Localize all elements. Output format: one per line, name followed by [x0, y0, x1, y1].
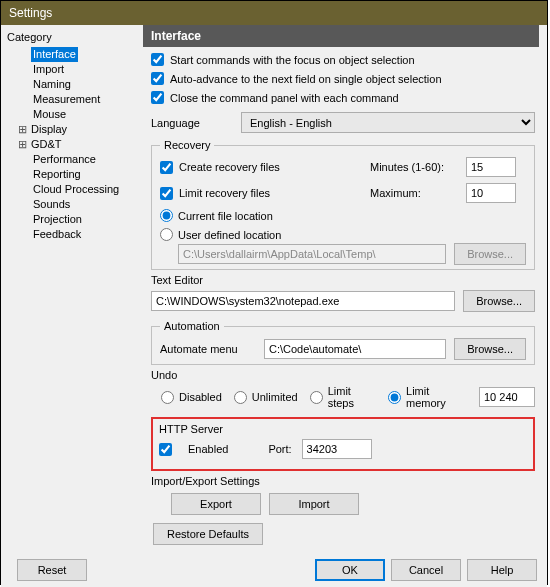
chk-limit-recovery-label: Limit recovery files — [179, 187, 270, 199]
tree-item-measurement[interactable]: Measurement — [7, 92, 137, 107]
chk-start-commands[interactable] — [151, 53, 164, 66]
expand-icon[interactable]: ⊞ — [17, 122, 27, 137]
tree-item-label: Projection — [31, 212, 84, 227]
chk-start-commands-label: Start commands with the focus on object … — [170, 54, 415, 66]
radio-undo-disabled[interactable] — [161, 391, 174, 404]
settings-window: Settings Category InterfaceImportNamingM… — [0, 0, 548, 585]
chk-auto-advance[interactable] — [151, 72, 164, 85]
tree-item-label: Display — [29, 122, 69, 137]
import-export-legend: Import/Export Settings — [151, 475, 260, 487]
minutes-label: Minutes (1-60): — [370, 161, 466, 173]
category-label: Category — [7, 31, 137, 43]
tree-item-display[interactable]: ⊞Display — [7, 122, 137, 137]
panel-content: Start commands with the focus on object … — [143, 53, 539, 549]
tree-item-import[interactable]: Import — [7, 62, 137, 77]
main-area: Category InterfaceImportNamingMeasuremen… — [1, 25, 547, 553]
dialog-footer: Reset OK Cancel Help — [1, 553, 547, 587]
tree-item-performance[interactable]: Performance — [7, 152, 137, 167]
texteditor-group: Text Editor Browse... — [151, 274, 535, 316]
tree-item-mouse[interactable]: Mouse — [7, 107, 137, 122]
tree-item-feedback[interactable]: Feedback — [7, 227, 137, 242]
texteditor-path-input[interactable] — [151, 291, 455, 311]
tree-item-label: Interface — [31, 47, 78, 62]
tree-item-label: Reporting — [31, 167, 83, 182]
recovery-path-input — [178, 244, 446, 264]
radio-undo-limit-steps[interactable] — [310, 391, 323, 404]
tree-item-label: Sounds — [31, 197, 72, 212]
radio-current-location-label: Current file location — [178, 210, 273, 222]
minutes-input[interactable] — [466, 157, 516, 177]
tree-item-label: Import — [31, 62, 66, 77]
radio-undo-disabled-label: Disabled — [179, 391, 222, 403]
chk-close-panel[interactable] — [151, 91, 164, 104]
tree-item-naming[interactable]: Naming — [7, 77, 137, 92]
automation-legend: Automation — [160, 320, 224, 332]
import-export-group: Import/Export Settings Export Import — [151, 475, 535, 519]
tree-item-label: Performance — [31, 152, 98, 167]
radio-user-location-label: User defined location — [178, 229, 281, 241]
tree-item-label: Measurement — [31, 92, 102, 107]
radio-undo-limit-steps-label: Limit steps — [328, 385, 376, 409]
expand-icon[interactable]: ⊞ — [17, 137, 27, 152]
chk-create-recovery-label: Create recovery files — [179, 161, 280, 173]
maximum-input[interactable] — [466, 183, 516, 203]
reset-button[interactable]: Reset — [17, 559, 87, 581]
category-panel: Category InterfaceImportNamingMeasuremen… — [1, 25, 141, 553]
texteditor-legend: Text Editor — [151, 274, 203, 286]
window-body: Category InterfaceImportNamingMeasuremen… — [1, 25, 547, 587]
radio-undo-unlimited-label: Unlimited — [252, 391, 298, 403]
restore-defaults-button[interactable]: Restore Defaults — [153, 523, 263, 545]
http-server-highlight: HTTP Server Enabled Port: — [151, 417, 535, 471]
port-label: Port: — [268, 443, 291, 455]
chk-auto-advance-label: Auto-advance to the next field on single… — [170, 73, 442, 85]
chk-close-panel-label: Close the command panel with each comman… — [170, 92, 399, 104]
tree-item-label: GD&T — [29, 137, 64, 152]
undo-value-input[interactable] — [479, 387, 535, 407]
radio-undo-limit-memory-label: Limit memory — [406, 385, 467, 409]
recovery-group: Recovery Create recovery files Minutes (… — [151, 139, 535, 270]
ok-button[interactable]: OK — [315, 559, 385, 581]
category-tree[interactable]: InterfaceImportNamingMeasurementMouse⊞Di… — [7, 47, 137, 242]
chk-limit-recovery[interactable] — [160, 187, 173, 200]
tree-item-sounds[interactable]: Sounds — [7, 197, 137, 212]
cancel-button[interactable]: Cancel — [391, 559, 461, 581]
automate-path-input[interactable] — [264, 339, 446, 359]
tree-item-reporting[interactable]: Reporting — [7, 167, 137, 182]
tree-item-projection[interactable]: Projection — [7, 212, 137, 227]
tree-item-cloud-processing[interactable]: Cloud Processing — [7, 182, 137, 197]
tree-item-label: Naming — [31, 77, 73, 92]
automation-group: Automation Automate menu Browse... — [151, 320, 535, 365]
radio-current-location[interactable] — [160, 209, 173, 222]
settings-panel: Interface Start commands with the focus … — [141, 25, 547, 553]
maximum-label: Maximum: — [370, 187, 466, 199]
recovery-legend: Recovery — [160, 139, 214, 151]
tree-item-gd-t[interactable]: ⊞GD&T — [7, 137, 137, 152]
export-button[interactable]: Export — [171, 493, 261, 515]
chk-http-enabled[interactable] — [159, 443, 172, 456]
port-input[interactable] — [302, 439, 372, 459]
language-label: Language — [151, 117, 241, 129]
window-title: Settings — [1, 1, 547, 25]
undo-legend: Undo — [151, 369, 177, 381]
tree-item-label: Mouse — [31, 107, 68, 122]
import-button[interactable]: Import — [269, 493, 359, 515]
chk-create-recovery[interactable] — [160, 161, 173, 174]
radio-undo-limit-memory[interactable] — [388, 391, 401, 404]
automate-menu-label: Automate menu — [160, 343, 256, 355]
tree-item-label: Feedback — [31, 227, 83, 242]
radio-user-location[interactable] — [160, 228, 173, 241]
recovery-browse-button: Browse... — [454, 243, 526, 265]
http-server-group: HTTP Server Enabled Port: — [159, 423, 527, 463]
automate-browse-button[interactable]: Browse... — [454, 338, 526, 360]
language-select[interactable]: English - English — [241, 112, 535, 133]
http-server-legend: HTTP Server — [159, 423, 223, 435]
undo-group: Undo Disabled Unlimited Limit steps Limi… — [151, 369, 535, 413]
radio-undo-unlimited[interactable] — [234, 391, 247, 404]
help-button[interactable]: Help — [467, 559, 537, 581]
texteditor-browse-button[interactable]: Browse... — [463, 290, 535, 312]
panel-title: Interface — [143, 25, 539, 47]
tree-item-label: Cloud Processing — [31, 182, 121, 197]
tree-item-interface[interactable]: Interface — [7, 47, 137, 62]
chk-http-enabled-label: Enabled — [188, 443, 228, 455]
